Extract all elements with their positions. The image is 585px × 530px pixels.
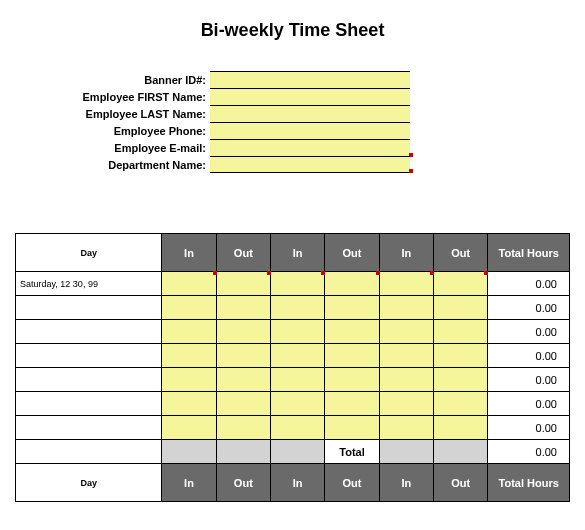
out-cell[interactable] (216, 416, 270, 440)
in-cell[interactable] (271, 320, 325, 344)
banner-id-label: Banner ID#: (70, 74, 210, 86)
phone-field[interactable] (210, 122, 410, 139)
in-header-3: In (379, 234, 433, 272)
phone-label: Employee Phone: (70, 125, 210, 137)
out-cell[interactable] (434, 368, 488, 392)
total-label: Total (325, 440, 379, 464)
total-cell: 0.00 (488, 368, 570, 392)
in-cell[interactable] (379, 344, 433, 368)
banner-id-field[interactable] (210, 71, 410, 88)
department-label: Department Name: (70, 159, 210, 171)
out-cell[interactable] (325, 296, 379, 320)
in-header-1b: In (162, 464, 216, 502)
out-cell[interactable] (216, 392, 270, 416)
out-cell[interactable] (325, 416, 379, 440)
out-header-3b: Out (434, 464, 488, 502)
out-cell[interactable] (216, 368, 270, 392)
in-header-3b: In (379, 464, 433, 502)
day-header: Day (16, 464, 162, 502)
out-cell[interactable] (216, 272, 270, 296)
out-cell[interactable] (216, 344, 270, 368)
day-cell[interactable] (16, 368, 162, 392)
in-header-1: In (162, 234, 216, 272)
out-cell[interactable] (325, 272, 379, 296)
total-cell: 0.00 (488, 416, 570, 440)
in-cell[interactable] (162, 344, 216, 368)
department-field[interactable] (210, 156, 410, 173)
in-cell[interactable] (162, 296, 216, 320)
day-cell[interactable] (16, 320, 162, 344)
total-cell: 0.00 (488, 272, 570, 296)
last-name-field[interactable] (210, 105, 410, 122)
email-field[interactable] (210, 139, 410, 156)
out-cell[interactable] (216, 296, 270, 320)
in-cell[interactable] (379, 368, 433, 392)
blank-cell (434, 440, 488, 464)
in-cell[interactable] (379, 272, 433, 296)
total-hours-header-b: Total Hours (488, 464, 570, 502)
day-cell[interactable] (16, 344, 162, 368)
day-cell[interactable] (16, 392, 162, 416)
out-cell[interactable] (434, 320, 488, 344)
table-row: 0.00 (16, 344, 570, 368)
out-cell[interactable] (325, 368, 379, 392)
in-cell[interactable] (271, 272, 325, 296)
blank-cell (271, 440, 325, 464)
out-cell[interactable] (434, 344, 488, 368)
in-cell[interactable] (379, 296, 433, 320)
out-cell[interactable] (325, 344, 379, 368)
total-hours-header: Total Hours (488, 234, 570, 272)
in-cell[interactable] (162, 416, 216, 440)
last-name-label: Employee LAST Name: (70, 108, 210, 120)
in-cell[interactable] (271, 368, 325, 392)
table-row: 0.00 (16, 416, 570, 440)
total-cell: 0.00 (488, 320, 570, 344)
day-cell[interactable] (16, 416, 162, 440)
header-row-top: Day In Out In Out In Out Total Hours (16, 234, 570, 272)
first-name-field[interactable] (210, 88, 410, 105)
day-cell[interactable] (16, 296, 162, 320)
out-header-1: Out (216, 234, 270, 272)
in-cell[interactable] (162, 392, 216, 416)
email-label: Employee E-mail: (70, 142, 210, 154)
out-header-2: Out (325, 234, 379, 272)
total-cell: 0.00 (488, 296, 570, 320)
out-cell[interactable] (216, 320, 270, 344)
out-cell[interactable] (325, 392, 379, 416)
blank-cell (162, 440, 216, 464)
in-header-2b: In (271, 464, 325, 502)
blank-cell (379, 440, 433, 464)
in-cell[interactable] (271, 296, 325, 320)
table-row: 0.00 (16, 392, 570, 416)
in-cell[interactable] (271, 416, 325, 440)
table-row: 0.00 (16, 320, 570, 344)
page-title: Bi-weekly Time Sheet (15, 20, 570, 41)
out-cell[interactable] (434, 296, 488, 320)
in-cell[interactable] (379, 320, 433, 344)
total-day-cell (16, 440, 162, 464)
out-cell[interactable] (434, 416, 488, 440)
out-header-3: Out (434, 234, 488, 272)
table-row: 0.00 (16, 296, 570, 320)
total-row: Total 0.00 (16, 440, 570, 464)
in-cell[interactable] (379, 416, 433, 440)
out-cell[interactable] (325, 320, 379, 344)
grand-total-cell: 0.00 (488, 440, 570, 464)
day-cell[interactable]: Saturday, 12 30, 99 (16, 272, 162, 296)
table-row: Saturday, 12 30, 99 0.00 (16, 272, 570, 296)
out-cell[interactable] (434, 272, 488, 296)
in-cell[interactable] (162, 320, 216, 344)
out-header-1b: Out (216, 464, 270, 502)
day-header: Day (16, 234, 162, 272)
in-cell[interactable] (271, 344, 325, 368)
total-cell: 0.00 (488, 392, 570, 416)
in-cell[interactable] (379, 392, 433, 416)
header-row-bottom: Day In Out In Out In Out Total Hours (16, 464, 570, 502)
in-cell[interactable] (271, 392, 325, 416)
out-cell[interactable] (434, 392, 488, 416)
blank-cell (216, 440, 270, 464)
in-cell[interactable] (162, 272, 216, 296)
in-cell[interactable] (162, 368, 216, 392)
employee-info: Banner ID#: Employee FIRST Name: Employe… (70, 71, 570, 173)
in-header-2: In (271, 234, 325, 272)
